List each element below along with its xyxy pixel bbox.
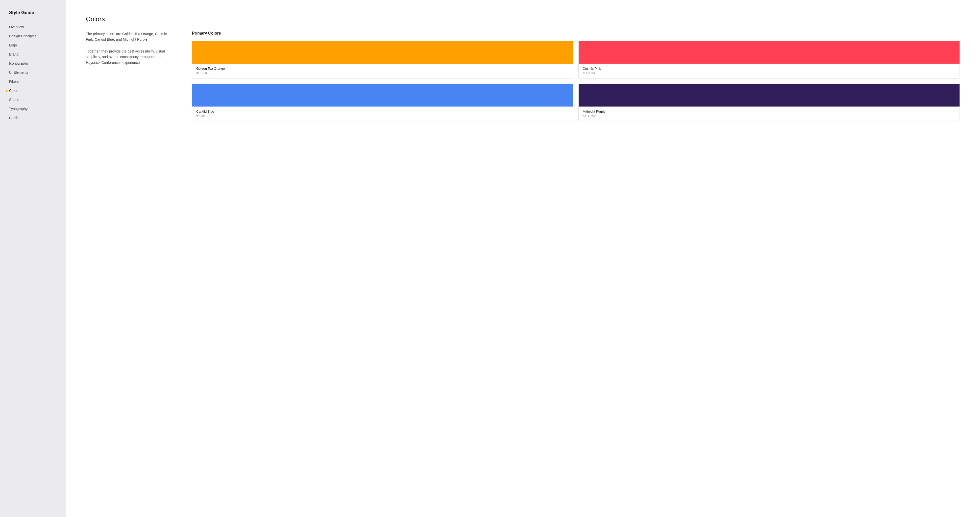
- color-name: Candid Blue: [196, 109, 569, 113]
- sidebar-item-label: Cards: [9, 116, 18, 120]
- sidebar-item-filters[interactable]: Filters: [0, 77, 66, 86]
- sidebar-item-iconography[interactable]: Iconography: [0, 59, 66, 68]
- sidebar-item-label: Logo: [9, 43, 17, 47]
- sidebar-item-label: States: [9, 98, 19, 102]
- color-swatch: [192, 41, 573, 63]
- sidebar-item-colors[interactable]: Colors: [0, 86, 66, 95]
- sidebar-item-label: UI Elements: [9, 70, 28, 75]
- description-paragraph-1: The primary colors are Golden Tea Orange…: [86, 31, 172, 43]
- sidebar-item-typography[interactable]: Typography: [0, 104, 66, 113]
- sidebar-item-label: Typography: [9, 107, 27, 111]
- sidebar-item-label: Filters: [9, 79, 19, 84]
- color-name: Midnight Purple: [583, 109, 956, 113]
- sidebar: Style Guide OverviewDesign PrinciplesLog…: [0, 0, 66, 517]
- sidebar-item-brand[interactable]: Brand: [0, 50, 66, 59]
- sidebar-item-ui-elements[interactable]: UI Elements: [0, 68, 66, 77]
- color-name: Cosmic Pink: [583, 67, 956, 70]
- sidebar-item-label: Colors: [9, 89, 19, 93]
- color-hex: #FF4053: [583, 71, 956, 75]
- color-swatch: [192, 84, 573, 106]
- color-card: Golden Tea Orange#FF9F00: [192, 41, 573, 79]
- color-hex: #FF9F00: [196, 71, 569, 75]
- colors-section: Primary Colors Golden Tea Orange#FF9F00C…: [192, 31, 960, 121]
- sidebar-nav: OverviewDesign PrinciplesLogoBrandIconog…: [0, 22, 66, 122]
- sidebar-item-label: Design Principles: [9, 34, 37, 38]
- description-paragraph-2: Together, they provide the best accessib…: [86, 49, 172, 65]
- content-layout: The primary colors are Golden Tea Orange…: [86, 31, 960, 121]
- sidebar-item-overview[interactable]: Overview: [0, 22, 66, 32]
- sidebar-item-label: Iconography: [9, 61, 29, 65]
- main-content: Colors The primary colors are Golden Tea…: [66, 0, 980, 517]
- active-indicator: [6, 90, 7, 92]
- color-info: Midnight Purple#311D59: [579, 106, 959, 121]
- color-info: Golden Tea Orange#FF9F00: [192, 63, 573, 78]
- color-grid: Golden Tea Orange#FF9F00Cosmic Pink#FF40…: [192, 41, 960, 121]
- sidebar-item-logo[interactable]: Logo: [0, 41, 66, 50]
- sidebar-item-label: Brand: [9, 52, 18, 56]
- primary-colors-title: Primary Colors: [192, 31, 960, 36]
- sidebar-item-label: Overview: [9, 25, 24, 29]
- color-swatch: [579, 41, 959, 63]
- color-info: Candid Blue#4985F2: [192, 106, 573, 121]
- color-card: Candid Blue#4985F2: [192, 84, 573, 121]
- sidebar-item-design-principles[interactable]: Design Principles: [0, 32, 66, 41]
- page-title: Colors: [86, 15, 960, 23]
- color-card: Midnight Purple#311D59: [578, 84, 960, 121]
- sidebar-item-cards[interactable]: Cards: [0, 113, 66, 122]
- color-card: Cosmic Pink#FF4053: [578, 41, 960, 79]
- color-name: Golden Tea Orange: [196, 67, 569, 70]
- color-hex: #4985F2: [196, 114, 569, 117]
- color-hex: #311D59: [583, 114, 956, 117]
- color-info: Cosmic Pink#FF4053: [579, 63, 959, 78]
- color-swatch: [579, 84, 959, 106]
- sidebar-item-states[interactable]: States: [0, 95, 66, 104]
- description-section: The primary colors are Golden Tea Orange…: [86, 31, 172, 71]
- sidebar-title: Style Guide: [0, 10, 66, 22]
